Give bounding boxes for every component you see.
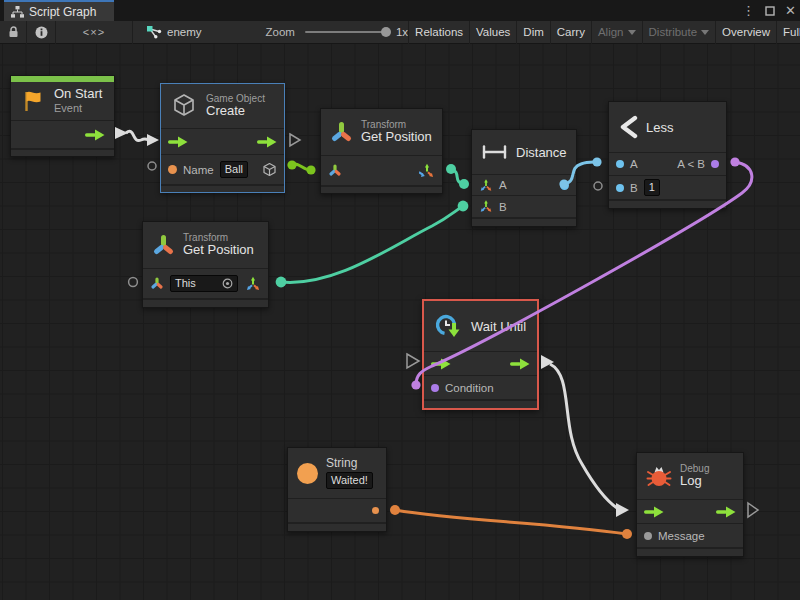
flow-row	[424, 351, 537, 375]
zoom-label: Zoom	[266, 26, 295, 38]
wait-until-icon	[433, 311, 463, 341]
object-picker-icon[interactable]	[222, 278, 233, 289]
zoom-slider-handle[interactable]	[381, 27, 391, 37]
wire-endpoint	[446, 164, 456, 174]
game-object-cube-icon	[170, 92, 198, 120]
name-value-field[interactable]: Ball	[220, 161, 248, 178]
node-get-position-b[interactable]: Transform Get Position This	[142, 221, 269, 308]
full-screen-button[interactable]: Full Screen	[776, 21, 800, 44]
node-on-start[interactable]: On Start Event	[10, 75, 115, 157]
flow-arrowhead	[616, 503, 629, 517]
vector3-input-port[interactable]	[479, 178, 493, 193]
node-debug-log[interactable]: Debug Log Message	[636, 452, 744, 557]
flow-input-port[interactable]	[168, 136, 188, 148]
transform-input-port[interactable]	[328, 164, 342, 177]
b-value-field[interactable]: 1	[644, 179, 660, 196]
node-title: Get Position	[183, 243, 254, 258]
port-row-b: B 1	[609, 175, 726, 199]
node-title: Wait Until	[471, 319, 526, 334]
flow-input-port[interactable]	[431, 358, 451, 370]
graph-name-label: enemy	[167, 26, 202, 38]
script-graph-window: Script Graph ⋮ ✕ <×>	[0, 0, 800, 600]
node-footer	[472, 217, 576, 226]
transform-icon	[152, 234, 175, 257]
flow-output-port[interactable]	[716, 506, 736, 518]
info-button[interactable]	[27, 21, 55, 44]
relations-button[interactable]: Relations	[408, 21, 469, 44]
node-wait-until[interactable]: Wait Until Condition	[424, 301, 537, 408]
distribute-dropdown[interactable]: Distribute	[642, 21, 716, 44]
wire-gameobject-create-getposition	[292, 164, 311, 170]
node-header: Transform Get Position	[321, 109, 442, 155]
node-create-game-object[interactable]: Game Object Create Name Ball	[160, 83, 285, 193]
wire-endpoint	[390, 505, 400, 515]
node-wait-until-highlight: Wait Until Condition	[422, 299, 539, 410]
port-label: B	[630, 182, 638, 194]
node-subtitle: Event	[54, 102, 102, 115]
node-footer	[637, 547, 743, 556]
node-header: String Waited!	[288, 448, 386, 498]
string-output-port[interactable]	[372, 507, 379, 514]
vector3-input-port[interactable]	[479, 199, 493, 214]
wire-endpoint	[459, 179, 469, 189]
wire-vector3-getposa-distance-a	[451, 169, 464, 184]
flow-output-port[interactable]	[510, 358, 530, 370]
zoom-slider[interactable]	[305, 31, 389, 33]
unconnected-value-indicator	[148, 162, 156, 170]
tab-script-graph[interactable]: Script Graph	[4, 0, 114, 21]
node-footer	[321, 185, 442, 193]
number-output-port[interactable]	[560, 181, 569, 190]
string-input-port[interactable]	[168, 165, 177, 174]
node-header: Distance	[472, 130, 576, 174]
flow-input-port[interactable]	[644, 506, 664, 518]
vector3-output-port[interactable]	[245, 276, 261, 292]
dim-button[interactable]: Dim	[516, 21, 549, 44]
transform-icon	[330, 121, 353, 144]
wire-endpoint	[730, 157, 739, 166]
number-input-port[interactable]	[616, 160, 624, 168]
distance-icon	[481, 144, 508, 160]
carry-button[interactable]: Carry	[550, 21, 591, 44]
graph-canvas[interactable]: On Start Event G	[0, 44, 800, 600]
flow-output-port[interactable]	[85, 129, 105, 141]
lock-button[interactable]	[0, 21, 26, 44]
game-object-output-port[interactable]	[262, 162, 277, 177]
flow-row	[637, 499, 743, 523]
node-title: String	[326, 457, 373, 471]
node-distance[interactable]: Distance A B	[471, 129, 577, 227]
window-menu-icon[interactable]: ⋮	[742, 0, 755, 21]
align-dropdown[interactable]: Align	[591, 21, 642, 44]
unconnected-value-indicator	[129, 278, 138, 287]
toolbar-buttons: Relations Values Dim Carry Align Distrib…	[408, 21, 800, 44]
port-label: Condition	[445, 382, 494, 394]
message-input-port[interactable]	[644, 532, 652, 540]
node-footer	[11, 148, 114, 156]
zoom-value: 1x	[396, 26, 408, 38]
flow-output-port[interactable]	[257, 136, 277, 148]
code-icon: <×>	[83, 26, 105, 38]
name-input-row: Name Ball	[161, 154, 284, 184]
unconnected-flow-indicator	[290, 134, 300, 146]
target-field[interactable]: This	[170, 275, 238, 292]
string-value-field[interactable]: Waited!	[326, 472, 373, 489]
node-string[interactable]: String Waited!	[287, 447, 387, 532]
wire-endpoint	[276, 277, 287, 288]
graph-toolbar: <×> enemy Zoom 1x Relations Values Dim C…	[0, 21, 800, 44]
close-icon[interactable]: ✕	[785, 0, 796, 21]
overview-button[interactable]: Overview	[715, 21, 776, 44]
code-view-button[interactable]: <×>	[56, 21, 132, 44]
node-get-position-a[interactable]: Transform Get Position	[320, 108, 443, 194]
transform-input-port[interactable]	[150, 277, 164, 290]
number-input-port[interactable]	[616, 184, 624, 192]
values-button[interactable]: Values	[469, 21, 516, 44]
boolean-output-port[interactable]	[711, 160, 719, 168]
boolean-input-port[interactable]	[431, 384, 439, 392]
node-less[interactable]: Less A A < B B 1	[608, 101, 727, 209]
node-header: Transform Get Position	[143, 222, 268, 268]
node-title: Create	[206, 104, 265, 119]
flow-row	[161, 128, 284, 154]
maximize-icon[interactable]	[765, 6, 775, 16]
string-type-icon	[297, 463, 318, 484]
tab-bar: Script Graph ⋮ ✕	[0, 0, 800, 21]
vector3-output-port[interactable]	[419, 163, 435, 179]
